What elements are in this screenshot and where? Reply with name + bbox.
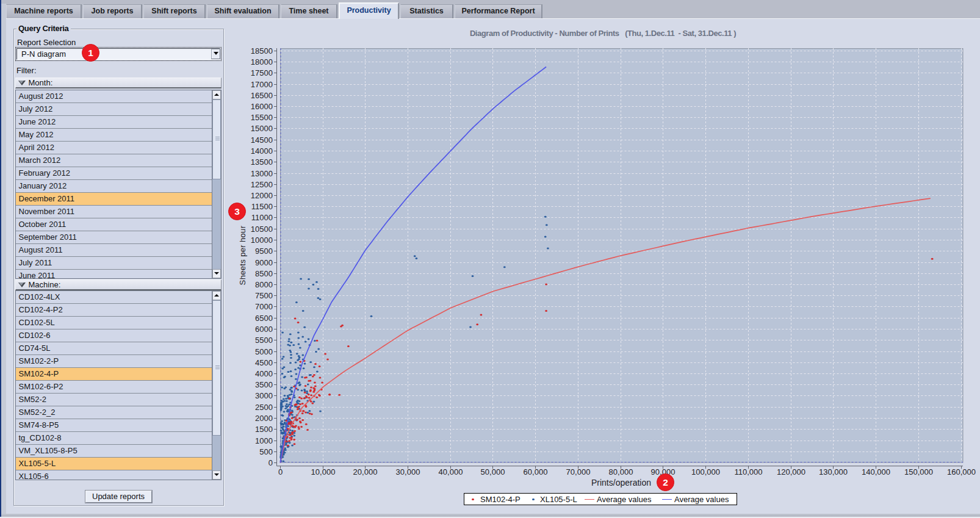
svg-text:11000: 11000 — [251, 213, 273, 222]
svg-text:13500: 13500 — [251, 157, 273, 167]
svg-text:1500: 1500 — [255, 425, 273, 434]
svg-text:2500: 2500 — [255, 403, 273, 412]
svg-text:70,000: 70,000 — [566, 467, 591, 477]
svg-text:12000: 12000 — [251, 191, 273, 200]
svg-text:0: 0 — [278, 467, 283, 477]
svg-text:5500: 5500 — [255, 336, 273, 345]
svg-text:40,000: 40,000 — [439, 467, 463, 477]
svg-text:120,000: 120,000 — [777, 467, 805, 477]
svg-text:80,000: 80,000 — [609, 467, 633, 477]
svg-text:140,000: 140,000 — [862, 467, 890, 477]
svg-text:20,000: 20,000 — [353, 467, 378, 477]
svg-text:10000: 10000 — [251, 236, 273, 245]
svg-text:18500: 18500 — [251, 46, 273, 56]
svg-text:1000: 1000 — [255, 436, 273, 445]
svg-text:18000: 18000 — [251, 57, 273, 67]
svg-text:50,000: 50,000 — [481, 467, 505, 477]
svg-text:Diagram of Productivity - Numb: Diagram of Productivity - Number of Prin… — [470, 29, 736, 38]
svg-text:16000: 16000 — [251, 102, 273, 111]
svg-text:60,000: 60,000 — [524, 467, 548, 477]
svg-text:16500: 16500 — [251, 91, 273, 100]
svg-text:9000: 9000 — [255, 258, 273, 267]
svg-text:15500: 15500 — [251, 113, 273, 122]
svg-text:7000: 7000 — [255, 302, 273, 311]
svg-text:10,000: 10,000 — [311, 467, 336, 477]
svg-text:100,000: 100,000 — [691, 467, 720, 477]
svg-text:13000: 13000 — [251, 169, 273, 178]
svg-text:15000: 15000 — [251, 124, 273, 133]
svg-text:8000: 8000 — [255, 280, 273, 289]
svg-text:3500: 3500 — [255, 380, 273, 389]
svg-text:Sheets per hour: Sheets per hour — [238, 225, 247, 285]
svg-text:12500: 12500 — [251, 180, 273, 189]
svg-text:9500: 9500 — [255, 246, 273, 256]
svg-text:160,000: 160,000 — [947, 467, 976, 477]
svg-text:Prints/operation: Prints/operation — [591, 478, 651, 487]
svg-text:6000: 6000 — [255, 325, 273, 334]
svg-text:5000: 5000 — [255, 347, 273, 356]
svg-text:14000: 14000 — [251, 146, 273, 156]
svg-text:8500: 8500 — [255, 269, 273, 278]
svg-text:3000: 3000 — [255, 391, 273, 400]
svg-text:11500: 11500 — [251, 202, 273, 211]
svg-text:4000: 4000 — [255, 369, 273, 378]
svg-text:2000: 2000 — [255, 414, 273, 423]
svg-text:500: 500 — [259, 447, 273, 456]
svg-text:14500: 14500 — [251, 135, 273, 145]
svg-text:130,000: 130,000 — [819, 467, 848, 477]
svg-text:30,000: 30,000 — [396, 467, 420, 477]
svg-text:10500: 10500 — [251, 225, 273, 234]
svg-text:0: 0 — [268, 458, 273, 467]
svg-text:110,000: 110,000 — [734, 467, 762, 477]
svg-text:150,000: 150,000 — [904, 467, 933, 477]
svg-text:17500: 17500 — [251, 68, 273, 77]
svg-text:7500: 7500 — [255, 291, 273, 300]
svg-text:17000: 17000 — [251, 80, 273, 89]
svg-text:4500: 4500 — [255, 358, 273, 367]
svg-text:6500: 6500 — [255, 314, 273, 323]
